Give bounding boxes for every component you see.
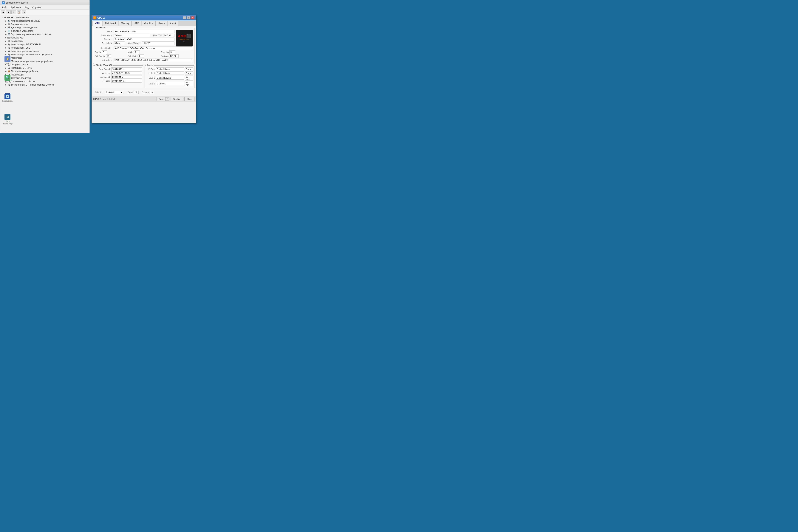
- cores-label: Cores: [128, 91, 133, 93]
- item-arrow: ▶: [5, 84, 7, 86]
- item-arrow: ▶: [5, 33, 7, 36]
- desktop-icon-cpuz[interactable]: ⚡ CPU-Z: [2, 56, 13, 64]
- processor-section: Processor Name AMD Phenom X3 8450 Code N…: [93, 27, 194, 64]
- item-icon: 🖥: [7, 23, 10, 26]
- tree-item[interactable]: ▶ 🖨 Очереди печати: [1, 63, 89, 66]
- item-label: Дисковые устройства: [11, 30, 34, 32]
- tab-cpu[interactable]: CPU: [93, 21, 102, 26]
- extmodel-pair: Ext. Model 2: [128, 54, 160, 58]
- tree-item[interactable]: ▶ 📦 Программные устройства: [1, 70, 89, 73]
- name-value: AMD Phenom X3 8450: [114, 30, 174, 33]
- tools-dropdown-arrow[interactable]: ▼: [165, 97, 169, 101]
- corespeed-label: Core Speed: [95, 68, 111, 70]
- cpuz-content: Processor Name AMD Phenom X3 8450 Code N…: [92, 26, 196, 96]
- busspeed-value: 200.92 MHz: [111, 75, 142, 79]
- htlink-row: HT Link 1004.60 MHz: [95, 79, 142, 82]
- dm-title-icon: 🖥: [2, 1, 5, 4]
- item-icon: 📦: [7, 70, 10, 73]
- tree-item[interactable]: ▶ 🖥 Мониторы: [1, 56, 89, 60]
- instructions-label: Instructions: [95, 59, 114, 61]
- cpuz-window-buttons: — □ ✕: [183, 16, 194, 19]
- validate-button[interactable]: Validate: [171, 97, 183, 101]
- tree-item[interactable]: ▶ 🔌 Порты (COM и LPT): [1, 66, 89, 70]
- cores-value: 3: [134, 91, 139, 94]
- tree-item[interactable]: ▶ ⌨ Клавиатуры: [1, 36, 89, 39]
- item-arrow: ▶: [5, 47, 7, 49]
- tab-spd[interactable]: SPD: [132, 21, 141, 26]
- toolbar-fwd[interactable]: ▶: [6, 10, 11, 14]
- l1inst-way: 2-way: [185, 71, 193, 75]
- tree-item[interactable]: ▶ 🖱 Мыши и иные указывающие устройства: [1, 60, 89, 63]
- desktop-icon-crystal[interactable]: 💿 CrystalDisk...: [2, 93, 13, 102]
- tree-root[interactable]: ▼ 🖥 DESKTOP-6S3KUP2: [1, 16, 89, 19]
- cpuz-titlebar: ⚡ CPU-Z — □ ✕: [92, 15, 196, 20]
- computer-icon-label: Этоткомпьютер: [3, 120, 12, 125]
- cpuz-tabs: CPU Mainboard Memory SPD Graphics Bench …: [92, 20, 196, 26]
- tree-item[interactable]: ▶ 🖥 Видеоадаптеры: [1, 23, 89, 26]
- tree-item[interactable]: ▶ 🔌 Контроллеры IDE ATA/ATAPI: [1, 43, 89, 46]
- close-button[interactable]: ✕: [191, 16, 194, 19]
- tab-about[interactable]: About: [168, 21, 178, 26]
- tab-mainboard[interactable]: Mainboard: [103, 21, 118, 26]
- family-pair: Family F: [95, 51, 127, 54]
- cpuz-icon: ⚡: [4, 56, 11, 62]
- close-footer-button[interactable]: Close: [184, 97, 194, 101]
- family-value: F: [102, 51, 107, 54]
- level2-label: Level 2: [146, 77, 155, 79]
- toolbar-back[interactable]: ◀: [1, 10, 5, 14]
- tree-item[interactable]: ▶ 🔌 Контроллеры USB: [1, 46, 89, 50]
- tree-item[interactable]: ▶ 🖥 Компьютер: [1, 39, 89, 43]
- tree-item[interactable]: ▶ 💾 Дисководы гибких дисков: [1, 26, 89, 29]
- extfamily-label: Ext. Family: [95, 55, 106, 57]
- desktop-icon-computer[interactable]: 🖥 Этоткомпьютер: [2, 114, 13, 125]
- toolbar-monitor[interactable]: 🖥: [22, 10, 26, 14]
- tree-item[interactable]: ▶ ⚙ Системные устройства: [1, 80, 89, 83]
- desktop-icon-speccy[interactable]: 🔍 Speccy: [2, 75, 13, 83]
- package-value: Socket AM2+ (940): [114, 38, 174, 41]
- item-label: Очереди печати: [11, 63, 28, 66]
- toolbar-help[interactable]: ?: [12, 10, 16, 14]
- item-label: Дисководы гибких дисков: [11, 26, 38, 29]
- amd-logo-text: AMD⬛: [178, 34, 191, 38]
- item-label: Клавиатуры: [11, 36, 23, 39]
- tree-item[interactable]: ▶ 🔊 Аудиовходы и аудиовыходы: [1, 19, 89, 23]
- multiplier-label: Multiplier: [95, 72, 111, 74]
- family-label: Family: [95, 51, 102, 53]
- htlink-label: HT Link: [95, 80, 111, 82]
- maxtdp-label: Max TDP: [150, 34, 163, 36]
- tree-item[interactable]: ▶ 🔌 Устройства HID (Human Interface Devi…: [1, 83, 89, 87]
- root-label: DESKTOP-6S3KUP2: [7, 16, 29, 19]
- item-label: Контроллеры IDE ATA/ATAPI: [11, 43, 41, 46]
- minimize-button[interactable]: —: [183, 16, 186, 19]
- cache-content: L1 Data 3 x 64 KBytes 2-way L1 Inst. 3 x…: [145, 65, 194, 88]
- computer-icon: 🖥: [4, 114, 11, 120]
- tab-memory[interactable]: Memory: [119, 21, 132, 26]
- tab-graphics[interactable]: Graphics: [142, 21, 156, 26]
- toolbar-props[interactable]: 📋: [17, 10, 21, 14]
- stepping-pair: Stepping 3: [160, 51, 193, 54]
- selection-dropdown[interactable]: Socket #1 ▼: [104, 91, 123, 94]
- item-icon: ⌨: [7, 36, 10, 39]
- tab-bench[interactable]: Bench: [156, 21, 167, 26]
- crystal-icon-label: CrystalDisk...: [2, 100, 13, 102]
- stepping-label: Stepping: [160, 51, 169, 53]
- tree-item[interactable]: ▶ ⚙ Процессоры: [1, 73, 89, 76]
- menu-file[interactable]: Файл: [1, 6, 8, 9]
- item-icon: 💾: [7, 26, 10, 29]
- tree-item[interactable]: ▶ 🔌 Контроллеры запоминающих устройств: [1, 53, 89, 56]
- extfamily-row: Ext. Family 10 Ext. Model 2 Revision DR-…: [95, 54, 193, 58]
- threads-pair: Threads 3: [141, 91, 154, 94]
- tools-button[interactable]: Tools: [156, 97, 165, 101]
- level2-value: 3 x 512 KBytes: [156, 76, 184, 80]
- maximize-button[interactable]: □: [187, 16, 190, 19]
- tree-item[interactable]: ▶ 🌐 Сетевые адаптеры: [1, 76, 89, 80]
- extmodel-label: Ext. Model: [128, 55, 138, 57]
- menu-view[interactable]: Вид: [24, 6, 29, 9]
- menu-action[interactable]: Действие: [10, 6, 22, 9]
- level2-row: Level 2 3 x 512 KBytes 16-way: [146, 75, 193, 80]
- tree-item[interactable]: ▶ 🔌 Контроллеры гибких дисков: [1, 50, 89, 53]
- menu-help[interactable]: Справка: [32, 6, 42, 9]
- tree-item[interactable]: ▶ 🎵 Звуковые, игровые и видеоустройства: [1, 33, 89, 36]
- tree-item[interactable]: ▶ 💿 Дисковые устройства: [1, 29, 89, 33]
- name-row: Name AMD Phenom X3 8450: [95, 30, 174, 33]
